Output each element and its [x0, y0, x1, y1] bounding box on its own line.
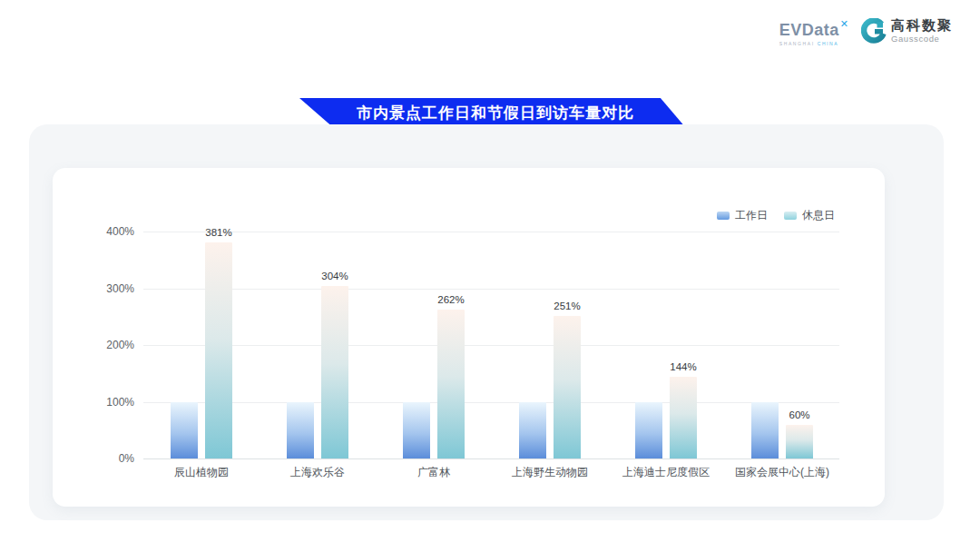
y-axis-label: 200%	[80, 338, 134, 352]
y-axis-label: 300%	[80, 281, 134, 296]
evdata-sub-right: CHINA	[818, 41, 839, 46]
bar-workday[interactable]	[403, 402, 430, 459]
bar-restday[interactable]	[670, 377, 697, 458]
bar-value-label: 251%	[540, 301, 594, 312]
legend-marker	[717, 212, 730, 220]
category-label: 上海迪士尼度假区	[607, 466, 725, 478]
bar-value-label: 262%	[424, 294, 478, 306]
evdata-logo: EVData ✕ SHANGHAI CHINA	[779, 18, 848, 46]
bar-workday[interactable]	[171, 402, 198, 459]
legend-marker	[784, 212, 797, 220]
gridline	[143, 345, 839, 346]
bar-restday[interactable]	[437, 310, 465, 458]
bar-value-label: 144%	[656, 361, 710, 373]
header-logos: EVData ✕ SHANGHAI CHINA 高科数聚 Gausscode	[779, 18, 953, 47]
gausscode-icon	[861, 18, 887, 47]
bar-workday[interactable]	[287, 402, 314, 459]
chart-card: 0%100%200%300%400%381%辰山植物园304%上海欢乐谷262%…	[53, 168, 885, 507]
gridline	[143, 232, 839, 232]
bar-workday[interactable]	[519, 402, 546, 459]
category-label: 上海欢乐谷	[259, 466, 377, 478]
gridline	[143, 289, 839, 290]
chart-legend: 工作日休息日	[717, 208, 835, 223]
bar-restday[interactable]	[321, 286, 348, 458]
category-label: 国家会展中心(上海)	[723, 466, 841, 478]
legend-item-restday[interactable]: 休息日	[784, 208, 835, 223]
bar-value-label: 304%	[308, 271, 362, 282]
bar-restday[interactable]	[554, 316, 581, 458]
bar-value-label: 381%	[191, 227, 246, 239]
category-label: 广富林	[375, 466, 493, 478]
legend-item-workday[interactable]: 工作日	[717, 208, 768, 223]
gausscode-cn-text: 高科数聚	[891, 18, 953, 32]
y-axis-label: 100%	[80, 395, 134, 409]
bar-restday[interactable]	[205, 242, 232, 458]
legend-label: 工作日	[735, 208, 768, 223]
gridline	[143, 458, 839, 459]
evdata-logo-text: EVData	[779, 22, 839, 38]
gausscode-en-text: Gausscode	[891, 34, 953, 44]
y-axis-label: 0%	[80, 451, 134, 466]
bar-value-label: 60%	[772, 409, 827, 421]
category-label: 上海野生动物园	[491, 466, 609, 478]
y-axis-label: 400%	[80, 224, 134, 239]
bar-workday[interactable]	[635, 402, 662, 459]
bar-restday[interactable]	[786, 425, 813, 459]
gridline	[143, 402, 839, 403]
evdata-sub-left: SHANGHAI	[779, 41, 815, 46]
legend-label: 休息日	[802, 208, 835, 223]
evdata-x-icon: ✕	[840, 19, 848, 29]
page-title: 市内景点工作日和节假日到访车量对比	[351, 103, 634, 123]
gausscode-logo: 高科数聚 Gausscode	[861, 18, 953, 47]
category-label: 辰山植物园	[142, 466, 260, 478]
